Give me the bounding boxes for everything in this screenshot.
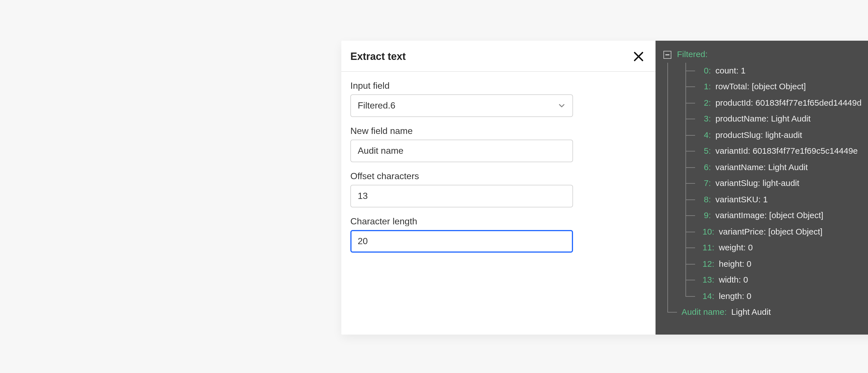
tree-item: 5:variantId: 60183f4f77e1f69c5c14449e <box>686 143 868 159</box>
tree-item-value: variantId: 60183f4f77e1f69c5c14449e <box>715 143 858 159</box>
tree-item-value: productId: 60183f4f77e1f65ded14449d <box>715 95 862 111</box>
tree-item-index: 3: <box>700 111 711 127</box>
tree-result-row: Audit name: Light Audit <box>668 304 868 320</box>
panel-title: Extract text <box>350 51 406 62</box>
tree-item-index: 9: <box>700 208 711 223</box>
tree-item-index: 6: <box>700 159 711 175</box>
tree-item: 7:variantSlug: light-audit <box>686 175 868 191</box>
tree-item-index: 10: <box>700 223 714 240</box>
tree-item-index: 1: <box>700 79 711 95</box>
tree-item-index: 2: <box>700 95 711 111</box>
tree-item-value: variantImage: [object Object] <box>715 208 824 223</box>
tree-item: 14:length: 0 <box>686 288 868 304</box>
offset-input[interactable]: 13 <box>350 185 573 208</box>
tree-item-value: variantPrice: [object Object] <box>719 223 823 240</box>
tree-item: 1:rowTotal: [object Object] <box>686 79 868 95</box>
offset-group: Offset characters 13 <box>350 171 647 208</box>
tree-item-value: rowTotal: [object Object] <box>715 79 806 95</box>
tree-item-index: 5: <box>700 143 711 159</box>
tree-item: 13:width: 0 <box>686 272 868 288</box>
tree-item-index: 7: <box>700 175 711 191</box>
tree-item: 12:height: 0 <box>686 256 868 272</box>
tree-item-value: count: 1 <box>715 62 746 79</box>
preview-tree: Filtered: 0:count: 11:rowTotal: [object … <box>663 46 868 320</box>
tree-item-value: height: 0 <box>719 256 751 272</box>
new-field-name-input[interactable]: Audit name <box>350 139 573 162</box>
config-form: Input field Filtered.6 New field name Au… <box>341 72 655 271</box>
tree-item: 4:productSlug: light-audit <box>686 127 868 143</box>
tree-item: 9:variantImage: [object Object] <box>686 208 868 223</box>
tree-item-index: 4: <box>700 127 711 143</box>
length-input[interactable]: 20 <box>350 230 573 253</box>
tree-item: 11:weight: 0 <box>686 240 868 256</box>
tree-item: 10:variantPrice: [object Object] <box>686 223 868 240</box>
tree-item-index: 11: <box>700 240 714 256</box>
length-value: 20 <box>358 236 368 246</box>
preview-pane: Filtered: 0:count: 11:rowTotal: [object … <box>655 41 868 335</box>
input-field-select[interactable]: Filtered.6 <box>350 94 573 117</box>
tree-item: 3:productName: Light Audit <box>686 111 868 127</box>
input-field-value: Filtered.6 <box>358 101 395 111</box>
chevron-down-icon <box>558 102 566 110</box>
tree-item: 0:count: 1 <box>686 62 868 79</box>
tree-root-children: 0:count: 11:rowTotal: [object Object]2:p… <box>668 62 868 320</box>
close-icon <box>633 55 644 64</box>
filtered-children: 0:count: 11:rowTotal: [object Object]2:p… <box>685 62 868 304</box>
tree-item: 8:variantSKU: 1 <box>686 191 868 208</box>
extract-text-panel: Extract text Input field Filtered.6 <box>341 41 868 335</box>
offset-value: 13 <box>358 191 368 201</box>
tree-item-value: width: 0 <box>719 272 748 288</box>
close-button[interactable] <box>631 49 647 64</box>
config-pane: Extract text Input field Filtered.6 <box>341 41 655 335</box>
tree-item-index: 14: <box>700 288 714 304</box>
result-key: Audit name: <box>682 304 727 320</box>
tree-item-value: length: 0 <box>719 288 751 304</box>
tree-root-label: Filtered: <box>677 46 708 62</box>
result-value: Light Audit <box>731 304 771 320</box>
input-field-group: Input field Filtered.6 <box>350 81 647 117</box>
tree-item-index: 12: <box>700 256 714 272</box>
tree-item-value: productName: Light Audit <box>715 111 811 127</box>
tree-item-value: variantSKU: 1 <box>715 191 768 208</box>
length-group: Character length 20 <box>350 216 647 253</box>
tree-root: Filtered: <box>663 46 868 62</box>
tree-item-value: weight: 0 <box>719 240 753 256</box>
new-field-name-value: Audit name <box>358 146 403 156</box>
offset-label: Offset characters <box>350 171 647 181</box>
tree-item: 2:productId: 60183f4f77e1f65ded14449d <box>686 95 868 111</box>
tree-item-index: 8: <box>700 191 711 208</box>
tree-item-index: 0: <box>700 62 711 79</box>
tree-item: 6:variantName: Light Audit <box>686 159 868 175</box>
tree-item-value: variantName: Light Audit <box>715 159 808 175</box>
length-label: Character length <box>350 216 647 227</box>
tree-collapse-toggle[interactable] <box>663 51 671 59</box>
new-field-name-label: New field name <box>350 126 647 136</box>
input-field-label: Input field <box>350 81 647 91</box>
tree-item-value: variantSlug: light-audit <box>715 175 799 191</box>
new-field-name-group: New field name Audit name <box>350 126 647 162</box>
tree-item-value: productSlug: light-audit <box>715 127 802 143</box>
panel-header: Extract text <box>341 41 655 72</box>
tree-item-index: 13: <box>700 272 714 288</box>
